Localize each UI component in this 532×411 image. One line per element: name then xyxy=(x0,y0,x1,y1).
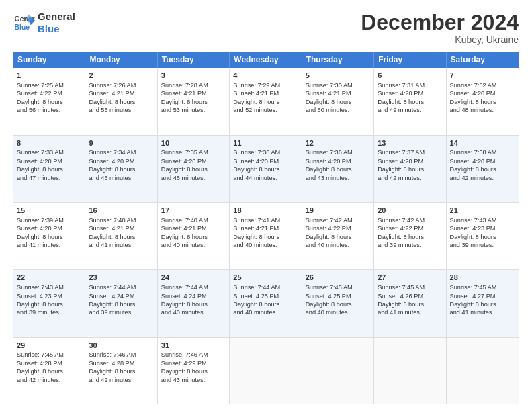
day-info-line-4: and 52 minutes. xyxy=(233,106,298,114)
day-info-line-1: Sunrise: 7:32 AM xyxy=(450,81,515,89)
day-info-line-4: and 41 minutes. xyxy=(89,241,153,249)
day-info-line-1: Sunrise: 7:34 AM xyxy=(89,148,153,156)
page: General Blue General Blue December 2024 … xyxy=(0,0,532,411)
calendar-body: 1Sunrise: 7:25 AMSunset: 4:22 PMDaylight… xyxy=(13,68,519,404)
day-info-line-4: and 43 minutes. xyxy=(161,376,226,384)
day-info-line-1: Sunrise: 7:42 AM xyxy=(378,216,442,224)
day-number: 7 xyxy=(450,71,515,81)
logo: General Blue General Blue xyxy=(13,11,75,35)
day-number: 4 xyxy=(233,71,298,81)
day-info-line-4: and 42 minutes. xyxy=(17,376,81,384)
day-info-line-2: Sunset: 4:20 PM xyxy=(17,224,81,232)
day-info-line-1: Sunrise: 7:28 AM xyxy=(161,81,226,89)
day-cell-15: 15Sunrise: 7:39 AMSunset: 4:20 PMDayligh… xyxy=(13,203,85,269)
day-info-line-4: and 39 minutes. xyxy=(89,308,153,316)
day-cell-19: 19Sunrise: 7:42 AMSunset: 4:22 PMDayligh… xyxy=(302,203,374,269)
day-info-line-1: Sunrise: 7:45 AM xyxy=(306,283,370,291)
day-info-line-1: Sunrise: 7:45 AM xyxy=(450,283,515,291)
day-cell-14: 14Sunrise: 7:38 AMSunset: 4:20 PMDayligh… xyxy=(447,136,519,202)
day-cell-9: 9Sunrise: 7:34 AMSunset: 4:20 PMDaylight… xyxy=(85,136,157,202)
day-info-line-3: Daylight: 8 hours xyxy=(161,367,226,375)
weekday-header-monday: Monday xyxy=(85,52,157,68)
day-info-line-3: Daylight: 8 hours xyxy=(306,165,370,173)
day-info-line-1: Sunrise: 7:25 AM xyxy=(17,81,81,89)
day-cell-23: 23Sunrise: 7:44 AMSunset: 4:24 PMDayligh… xyxy=(85,270,157,336)
day-info-line-4: and 41 minutes. xyxy=(378,308,442,316)
day-info-line-2: Sunset: 4:20 PM xyxy=(306,157,370,165)
day-info-line-4: and 45 minutes. xyxy=(161,174,226,182)
day-cell-18: 18Sunrise: 7:41 AMSunset: 4:21 PMDayligh… xyxy=(230,203,302,269)
logo-text-general: General xyxy=(38,11,75,23)
svg-text:Blue: Blue xyxy=(15,24,30,31)
day-number: 31 xyxy=(161,340,226,351)
day-info-line-1: Sunrise: 7:46 AM xyxy=(161,351,226,359)
day-info-line-2: Sunset: 4:20 PM xyxy=(450,89,515,97)
day-cell-24: 24Sunrise: 7:44 AMSunset: 4:24 PMDayligh… xyxy=(158,270,230,336)
day-info-line-3: Daylight: 8 hours xyxy=(89,300,153,308)
day-info-line-1: Sunrise: 7:45 AM xyxy=(378,283,442,291)
calendar-header: SundayMondayTuesdayWednesdayThursdayFrid… xyxy=(13,52,519,68)
day-number: 30 xyxy=(89,340,153,351)
weekday-header-wednesday: Wednesday xyxy=(230,52,302,68)
day-info-line-4: and 41 minutes. xyxy=(450,308,515,316)
day-info-line-1: Sunrise: 7:36 AM xyxy=(306,148,370,156)
day-number: 19 xyxy=(306,205,370,216)
day-number: 2 xyxy=(89,71,153,81)
day-info-line-2: Sunset: 4:28 PM xyxy=(17,359,81,367)
day-info-line-1: Sunrise: 7:44 AM xyxy=(233,283,298,291)
day-number: 3 xyxy=(161,71,226,81)
day-cell-30: 30Sunrise: 7:46 AMSunset: 4:28 PMDayligh… xyxy=(85,338,157,404)
day-info-line-4: and 40 minutes. xyxy=(161,241,226,249)
day-info-line-4: and 42 minutes. xyxy=(89,376,153,384)
day-cell-6: 6Sunrise: 7:31 AMSunset: 4:20 PMDaylight… xyxy=(374,68,446,134)
day-cell-26: 26Sunrise: 7:45 AMSunset: 4:25 PMDayligh… xyxy=(302,270,374,336)
day-info-line-1: Sunrise: 7:44 AM xyxy=(89,283,153,291)
day-number: 6 xyxy=(378,71,442,81)
day-info-line-3: Daylight: 8 hours xyxy=(378,300,442,308)
day-info-line-1: Sunrise: 7:41 AM xyxy=(233,216,298,224)
day-number: 26 xyxy=(306,273,370,283)
day-info-line-3: Daylight: 8 hours xyxy=(233,300,298,308)
weekday-header-friday: Friday xyxy=(374,52,446,68)
day-info-line-2: Sunset: 4:21 PM xyxy=(89,89,153,97)
calendar-row-3: 15Sunrise: 7:39 AMSunset: 4:20 PMDayligh… xyxy=(13,203,519,270)
day-info-line-2: Sunset: 4:20 PM xyxy=(378,89,442,97)
calendar-row-1: 1Sunrise: 7:25 AMSunset: 4:22 PMDaylight… xyxy=(13,68,519,135)
day-info-line-4: and 55 minutes. xyxy=(89,106,153,114)
month-title: December 2024 xyxy=(361,11,519,34)
day-number: 23 xyxy=(89,273,153,283)
day-info-line-2: Sunset: 4:20 PM xyxy=(450,157,515,165)
day-info-line-1: Sunrise: 7:38 AM xyxy=(450,148,515,156)
day-info-line-1: Sunrise: 7:37 AM xyxy=(378,148,442,156)
day-info-line-3: Daylight: 8 hours xyxy=(378,165,442,173)
weekday-header-tuesday: Tuesday xyxy=(158,52,230,68)
day-info-line-1: Sunrise: 7:42 AM xyxy=(306,216,370,224)
day-number: 24 xyxy=(161,273,226,283)
day-number: 13 xyxy=(378,138,442,148)
day-info-line-2: Sunset: 4:22 PM xyxy=(17,89,81,97)
day-info-line-2: Sunset: 4:21 PM xyxy=(306,89,370,97)
calendar-row-5: 29Sunrise: 7:45 AMSunset: 4:28 PMDayligh… xyxy=(13,338,519,404)
weekday-header-saturday: Saturday xyxy=(447,52,519,68)
day-cell-21: 21Sunrise: 7:43 AMSunset: 4:23 PMDayligh… xyxy=(447,203,519,269)
day-info-line-4: and 42 minutes. xyxy=(378,174,442,182)
day-number: 21 xyxy=(450,205,515,216)
day-info-line-1: Sunrise: 7:46 AM xyxy=(89,351,153,359)
day-info-line-2: Sunset: 4:27 PM xyxy=(450,292,515,300)
day-info-line-3: Daylight: 8 hours xyxy=(450,300,515,308)
day-number: 8 xyxy=(17,138,81,148)
day-info-line-2: Sunset: 4:21 PM xyxy=(161,224,226,232)
day-number: 25 xyxy=(233,273,298,283)
day-number: 15 xyxy=(17,205,81,216)
day-cell-1: 1Sunrise: 7:25 AMSunset: 4:22 PMDaylight… xyxy=(13,68,85,134)
day-info-line-3: Daylight: 8 hours xyxy=(161,165,226,173)
day-info-line-1: Sunrise: 7:30 AM xyxy=(306,81,370,89)
day-info-line-2: Sunset: 4:24 PM xyxy=(161,292,226,300)
day-cell-28: 28Sunrise: 7:45 AMSunset: 4:27 PMDayligh… xyxy=(447,270,519,336)
weekday-header-thursday: Thursday xyxy=(302,52,374,68)
day-info-line-2: Sunset: 4:21 PM xyxy=(89,224,153,232)
day-number: 29 xyxy=(17,340,81,351)
calendar-row-2: 8Sunrise: 7:33 AMSunset: 4:20 PMDaylight… xyxy=(13,136,519,203)
day-info-line-4: and 53 minutes. xyxy=(161,106,226,114)
day-info-line-2: Sunset: 4:20 PM xyxy=(233,157,298,165)
